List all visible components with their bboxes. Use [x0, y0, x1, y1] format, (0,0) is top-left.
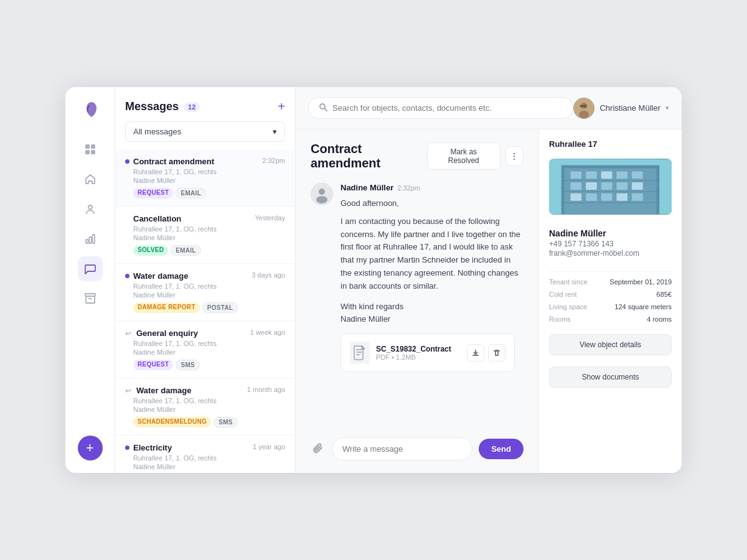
attachment-type: PDF — [376, 353, 390, 361]
message-item[interactable]: Water damage 3 days ago Ruhrallee 17, 1.… — [115, 264, 295, 321]
message-time: 1 year ago — [253, 443, 285, 450]
chat-actions: Mark as Resolved ⋮ — [427, 142, 524, 170]
message-time: 3 days ago — [251, 271, 285, 279]
show-documents-button[interactable]: Show documents — [549, 366, 672, 388]
svg-rect-33 — [632, 182, 643, 190]
tag-schadensmeldung: SCHADENSMELDUNG — [133, 417, 211, 427]
message-title: Water damage — [136, 386, 191, 395]
sidebar-item-contacts[interactable] — [78, 197, 103, 222]
search-icon — [319, 103, 327, 113]
message-input[interactable] — [332, 437, 472, 460]
message-text: Good afternoon, I am contacting you beca… — [341, 197, 524, 326]
living-space-value: 124 square meters — [614, 303, 672, 310]
tag-sms: SMS — [176, 360, 200, 370]
messages-count-badge: 12 — [184, 102, 200, 112]
property-name: Ruhrallee 17 — [549, 139, 672, 149]
sidebar-item-messages[interactable] — [78, 256, 103, 281]
new-message-button[interactable]: + — [278, 100, 285, 114]
messages-filter: All messages ▾ — [115, 121, 295, 149]
more-options-button[interactable]: ⋮ — [505, 146, 524, 166]
message-list: Contract amendment 2:32pm Ruhrallee 17, … — [115, 149, 295, 473]
svg-rect-32 — [616, 182, 627, 190]
svg-rect-36 — [601, 194, 613, 201]
message-title: Contract amendment — [133, 157, 214, 166]
message-sender: Nadine Müller — [125, 291, 285, 299]
living-space-label: Living space — [549, 303, 587, 310]
tag-solved: SOLVED — [133, 245, 168, 256]
attachment-info: SC_S19832_Contract PDF • 1.2MB — [376, 345, 461, 361]
message-item[interactable]: Electricity 1 year ago Ruhrallee 17, 1. … — [115, 436, 295, 473]
message-title: Electricity — [133, 443, 172, 452]
svg-point-4 — [88, 205, 92, 209]
message-tags: REQUEST EMAIL — [125, 188, 285, 198]
messages-panel: Messages 12 + All messages ▾ Contract am… — [115, 87, 296, 473]
message-subtitle: Ruhrallee 17, 1. OG, rechts — [125, 168, 285, 175]
messages-header: Messages 12 + — [115, 87, 295, 121]
svg-rect-29 — [570, 182, 581, 190]
detail-row-rooms: Rooms 4 rooms — [549, 315, 672, 323]
message-tags: SCHADENSMELDUNG SMS — [125, 417, 285, 427]
unread-indicator — [125, 159, 129, 164]
detail-row-cold-rent: Cold rent 685€ — [549, 291, 672, 298]
message-sender: Nadine Müller — [125, 463, 285, 470]
mark-resolved-button[interactable]: Mark as Resolved — [427, 142, 500, 170]
message-sender-name: Nadine Müller — [341, 183, 393, 192]
message-time: Yesterday — [255, 214, 285, 222]
svg-rect-28 — [632, 171, 643, 179]
side-panel: Ruhrallee 17 — [538, 129, 682, 473]
sender-avatar — [311, 183, 333, 205]
message-subtitle: Ruhrallee 17, 1. OG, rechts — [125, 282, 285, 290]
message-greeting: Good afternoon, — [341, 197, 524, 210]
attach-file-button[interactable] — [311, 443, 326, 455]
avatar — [573, 98, 594, 119]
message-subtitle: Ruhrallee 17, 1. OG, rechts — [125, 225, 285, 233]
message-body-text: I am contacting you because of the follo… — [341, 215, 524, 293]
user-profile[interactable]: Christiane Müller ▾ — [573, 98, 669, 119]
contact-info: Nadine Müller +49 157 71366 143 frank@so… — [549, 228, 672, 264]
download-button[interactable] — [467, 344, 484, 362]
tenant-since-value: September 01, 2019 — [609, 278, 672, 286]
sidebar-item-home[interactable] — [78, 167, 103, 192]
chat-main: Contract amendment Mark as Resolved ⋮ — [296, 129, 538, 473]
sidebar-item-archive[interactable] — [78, 286, 103, 311]
attachment-size: 1.2MB — [396, 353, 416, 361]
chevron-down-icon: ▾ — [665, 104, 669, 112]
message-meta: Nadine Müller 2:32pm — [341, 183, 524, 192]
svg-rect-31 — [601, 182, 613, 190]
message-item[interactable]: ↩ General enquiry 1 week ago Ruhrallee 1… — [115, 321, 295, 378]
sidebar-item-dashboard[interactable] — [78, 137, 103, 162]
svg-rect-0 — [85, 144, 90, 149]
tag-sms: SMS — [214, 417, 238, 427]
svg-rect-26 — [601, 171, 613, 179]
svg-rect-37 — [616, 194, 627, 201]
delete-button[interactable] — [488, 344, 505, 362]
attachment-meta: PDF • 1.2MB — [376, 353, 461, 361]
chat-area: Contract amendment Mark as Resolved ⋮ — [296, 129, 682, 473]
send-button[interactable]: Send — [479, 439, 524, 459]
detail-row-living-space: Living space 124 square meters — [549, 303, 672, 310]
filter-dropdown[interactable]: All messages ▾ — [125, 121, 285, 142]
message-sender: Nadine Müller — [125, 348, 285, 356]
tag-request: REQUEST — [133, 360, 173, 370]
search-input[interactable] — [332, 103, 563, 113]
contact-phone: +49 157 71366 143 — [549, 240, 672, 248]
message-title: Water damage — [133, 271, 188, 281]
messages-title: Messages — [125, 100, 179, 113]
svg-rect-30 — [586, 182, 597, 190]
tag-email: EMAIL — [176, 188, 206, 198]
svg-rect-27 — [616, 171, 627, 179]
app-logo[interactable] — [80, 100, 100, 119]
reply-icon: ↩ — [125, 386, 131, 395]
message-item[interactable]: Cancellation Yesterday Ruhrallee 17, 1. … — [115, 207, 295, 264]
svg-rect-35 — [586, 194, 597, 201]
svg-rect-1 — [91, 144, 95, 149]
message-time: 1 week ago — [250, 329, 285, 336]
sidebar-item-analytics[interactable] — [78, 226, 103, 251]
message-item[interactable]: ↩ Water damage 1 month ago Ruhrallee 17,… — [115, 378, 295, 436]
view-object-details-button[interactable]: View object details — [549, 334, 672, 355]
add-button[interactable]: + — [78, 436, 103, 460]
message-item[interactable]: Contract amendment 2:32pm Ruhrallee 17, … — [115, 149, 295, 207]
search-bar[interactable] — [308, 97, 573, 119]
svg-point-19 — [316, 196, 327, 203]
filter-label: All messages — [133, 127, 181, 136]
